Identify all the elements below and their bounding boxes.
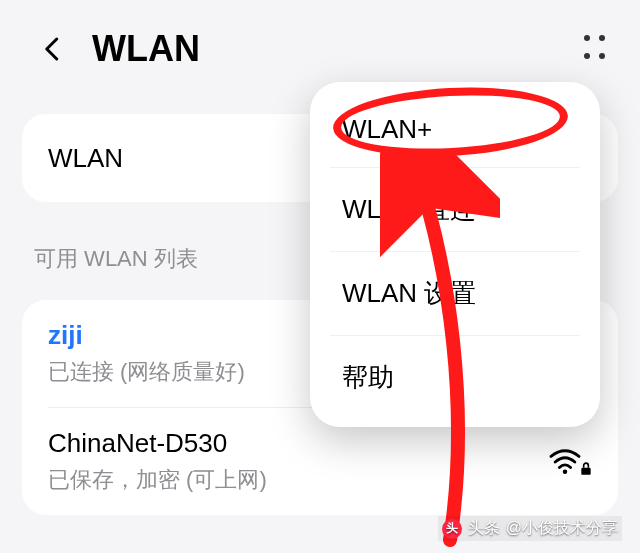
watermark: 头 头条 @小俊技术分享 <box>438 516 622 541</box>
watermark-author: @小俊技术分享 <box>506 518 618 539</box>
toutiao-logo-icon: 头 <box>442 519 462 539</box>
network-status: 已保存，加密 (可上网) <box>48 465 548 495</box>
watermark-prefix: 头条 <box>468 518 500 539</box>
more-menu-button[interactable] <box>580 31 610 67</box>
back-button[interactable] <box>34 30 72 68</box>
menu-item-wlan-settings[interactable]: WLAN 设置 <box>330 251 580 335</box>
arrow-left-icon <box>38 34 68 64</box>
overflow-menu: WLAN+ WLAN 直连 WLAN 设置 帮助 <box>310 82 600 427</box>
menu-item-wlan-plus[interactable]: WLAN+ <box>310 90 600 167</box>
menu-item-wlan-direct[interactable]: WLAN 直连 <box>330 167 580 251</box>
header: WLAN <box>0 0 640 88</box>
network-ssid: ChinaNet-D530 <box>48 428 548 459</box>
svg-point-2 <box>563 469 567 473</box>
svg-rect-3 <box>581 467 590 474</box>
page-title: WLAN <box>92 28 580 70</box>
lock-icon <box>580 462 592 476</box>
wifi-signal-icon <box>548 448 592 476</box>
menu-item-help[interactable]: 帮助 <box>330 335 580 419</box>
dots-icon <box>584 35 590 41</box>
